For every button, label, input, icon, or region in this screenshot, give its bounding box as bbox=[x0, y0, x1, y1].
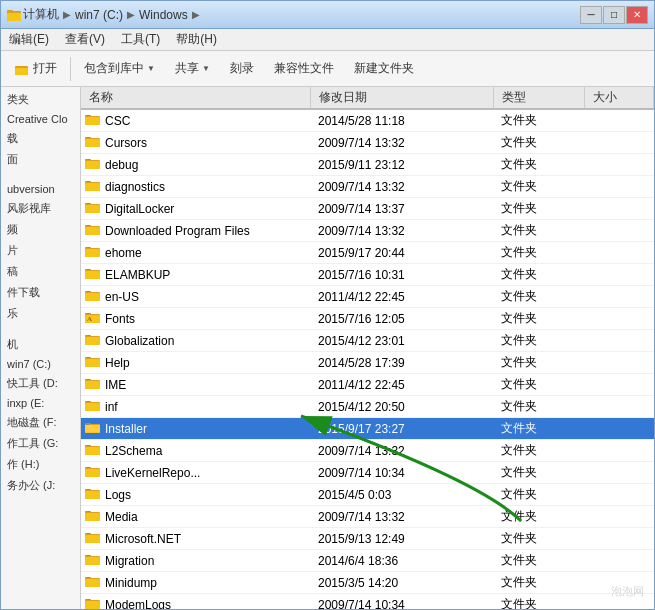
close-button[interactable]: ✕ bbox=[626, 6, 648, 24]
sidebar-item-4[interactable] bbox=[1, 170, 80, 180]
file-size bbox=[585, 462, 654, 484]
sidebar-item-1[interactable]: Creative Clo bbox=[1, 110, 80, 128]
breadcrumb-item-2[interactable]: Windows bbox=[139, 8, 188, 22]
table-row[interactable]: Migration2014/6/4 18:36文件夹 bbox=[81, 550, 654, 572]
folder-icon bbox=[85, 354, 101, 371]
new-folder-button[interactable]: 新建文件夹 bbox=[345, 55, 423, 83]
folder-icon bbox=[85, 332, 101, 349]
file-type: 文件夹 bbox=[493, 308, 585, 330]
table-row[interactable]: AFonts2015/7/16 12:05文件夹 bbox=[81, 308, 654, 330]
sidebar-item-13[interactable]: 机 bbox=[1, 334, 80, 355]
folder-icon bbox=[85, 178, 101, 195]
file-name: CSC bbox=[105, 114, 130, 128]
minimize-button[interactable]: ─ bbox=[580, 6, 602, 24]
svg-rect-4 bbox=[15, 68, 28, 75]
table-row[interactable]: ELAMBKUP2015/7/16 10:31文件夹 bbox=[81, 264, 654, 286]
sidebar-item-8[interactable]: 片 bbox=[1, 240, 80, 261]
file-name: LiveKernelRepo... bbox=[105, 466, 200, 480]
maximize-button[interactable]: □ bbox=[603, 6, 625, 24]
sidebar-item-16[interactable]: inxp (E: bbox=[1, 394, 80, 412]
col-size[interactable]: 大小 bbox=[585, 87, 654, 109]
svg-rect-1 bbox=[7, 13, 21, 21]
sidebar-item-20[interactable]: 务办公 (J: bbox=[1, 475, 80, 496]
table-row[interactable]: DigitalLocker2009/7/14 13:37文件夹 bbox=[81, 198, 654, 220]
file-name: Fonts bbox=[105, 312, 135, 326]
table-row[interactable]: ModemLogs2009/7/14 10:34文件夹 bbox=[81, 594, 654, 610]
file-size bbox=[585, 242, 654, 264]
burn-button[interactable]: 刻录 bbox=[221, 55, 263, 83]
sidebar-item-2[interactable]: 载 bbox=[1, 128, 80, 149]
col-type[interactable]: 类型 bbox=[493, 87, 585, 109]
file-name: en-US bbox=[105, 290, 139, 304]
col-modified[interactable]: 修改日期 bbox=[310, 87, 493, 109]
menu-edit[interactable]: 编辑(E) bbox=[5, 29, 53, 50]
table-row[interactable]: CSC2014/5/28 11:18文件夹 bbox=[81, 109, 654, 132]
file-type: 文件夹 bbox=[493, 550, 585, 572]
sidebar-item-18[interactable]: 作工具 (G: bbox=[1, 433, 80, 454]
compat-button[interactable]: 兼容性文件 bbox=[265, 55, 343, 83]
table-row[interactable]: IME2011/4/12 22:45文件夹 bbox=[81, 374, 654, 396]
include-library-button[interactable]: 包含到库中 ▼ bbox=[75, 55, 164, 83]
file-size bbox=[585, 440, 654, 462]
sidebar-item-10[interactable]: 件下载 bbox=[1, 282, 80, 303]
table-row[interactable]: L2Schema2009/7/14 13:32文件夹 bbox=[81, 440, 654, 462]
table-row[interactable]: debug2015/9/11 23:12文件夹 bbox=[81, 154, 654, 176]
file-modified: 2009/7/14 10:34 bbox=[310, 594, 493, 610]
sidebar-item-17[interactable]: 地磁盘 (F: bbox=[1, 412, 80, 433]
table-row[interactable]: Minidump2015/3/5 14:20文件夹 bbox=[81, 572, 654, 594]
file-modified: 2014/5/28 17:39 bbox=[310, 352, 493, 374]
sidebar[interactable]: 类夹 Creative Clo 载 面 ubversion 风影视库 频 片 稿… bbox=[1, 87, 81, 609]
sidebar-item-0[interactable]: 类夹 bbox=[1, 89, 80, 110]
folder-icon bbox=[85, 552, 101, 569]
file-table: 名称 修改日期 类型 大小 CSC2014/5/28 11:18文件夹Curso… bbox=[81, 87, 654, 609]
menu-tools[interactable]: 工具(T) bbox=[117, 29, 164, 50]
breadcrumb-item-1[interactable]: win7 (C:) bbox=[75, 8, 123, 22]
table-row[interactable]: Installer2015/9/17 23:27文件夹 bbox=[81, 418, 654, 440]
file-modified: 2009/7/14 13:32 bbox=[310, 506, 493, 528]
share-button[interactable]: 共享 ▼ bbox=[166, 55, 219, 83]
sidebar-item-11[interactable]: 乐 bbox=[1, 303, 80, 324]
table-row[interactable]: Media2009/7/14 13:32文件夹 bbox=[81, 506, 654, 528]
file-type: 文件夹 bbox=[493, 330, 585, 352]
file-size bbox=[585, 264, 654, 286]
svg-rect-31 bbox=[85, 293, 100, 301]
table-row[interactable]: ehome2015/9/17 20:44文件夹 bbox=[81, 242, 654, 264]
breadcrumb[interactable]: 计算机 ▶ win7 (C:) ▶ Windows ▶ bbox=[23, 6, 202, 23]
file-name: diagnostics bbox=[105, 180, 165, 194]
svg-rect-19 bbox=[85, 205, 100, 213]
menu-help[interactable]: 帮助(H) bbox=[172, 29, 221, 50]
file-modified: 2015/7/16 12:05 bbox=[310, 308, 493, 330]
folder-icon bbox=[85, 200, 101, 217]
sidebar-item-12[interactable] bbox=[1, 324, 80, 334]
table-row[interactable]: Downloaded Program Files2009/7/14 13:32文… bbox=[81, 220, 654, 242]
table-row[interactable]: inf2015/4/12 20:50文件夹 bbox=[81, 396, 654, 418]
file-size bbox=[585, 528, 654, 550]
file-modified: 2009/7/14 13:32 bbox=[310, 220, 493, 242]
sidebar-item-3[interactable]: 面 bbox=[1, 149, 80, 170]
content-area[interactable]: 名称 修改日期 类型 大小 CSC2014/5/28 11:18文件夹Curso… bbox=[81, 87, 654, 609]
table-row[interactable]: LiveKernelRepo...2009/7/14 10:34文件夹 bbox=[81, 462, 654, 484]
table-row[interactable]: Logs2015/4/5 0:03文件夹 bbox=[81, 484, 654, 506]
sidebar-item-19[interactable]: 作 (H:) bbox=[1, 454, 80, 475]
file-type: 文件夹 bbox=[493, 220, 585, 242]
sidebar-item-6[interactable]: 风影视库 bbox=[1, 198, 80, 219]
sidebar-item-15[interactable]: 快工具 (D: bbox=[1, 373, 80, 394]
folder-icon bbox=[85, 420, 101, 437]
window: 计算机 ▶ win7 (C:) ▶ Windows ▶ ─ □ ✕ 编辑(E) … bbox=[0, 0, 655, 610]
sidebar-item-9[interactable]: 稿 bbox=[1, 261, 80, 282]
open-button[interactable]: 打开 bbox=[5, 55, 66, 83]
table-row[interactable]: en-US2011/4/12 22:45文件夹 bbox=[81, 286, 654, 308]
menu-view[interactable]: 查看(V) bbox=[61, 29, 109, 50]
breadcrumb-item-0[interactable]: 计算机 bbox=[23, 6, 59, 23]
table-row[interactable]: Microsoft.NET2015/9/13 12:49文件夹 bbox=[81, 528, 654, 550]
table-row[interactable]: Cursors2009/7/14 13:32文件夹 bbox=[81, 132, 654, 154]
file-size bbox=[585, 396, 654, 418]
table-row[interactable]: diagnostics2009/7/14 13:32文件夹 bbox=[81, 176, 654, 198]
col-name[interactable]: 名称 bbox=[81, 87, 310, 109]
sidebar-item-7[interactable]: 频 bbox=[1, 219, 80, 240]
table-row[interactable]: Globalization2015/4/12 23:01文件夹 bbox=[81, 330, 654, 352]
table-row[interactable]: Help2014/5/28 17:39文件夹 bbox=[81, 352, 654, 374]
sidebar-item-5[interactable]: ubversion bbox=[1, 180, 80, 198]
sidebar-item-14[interactable]: win7 (C:) bbox=[1, 355, 80, 373]
svg-rect-51 bbox=[86, 423, 89, 425]
